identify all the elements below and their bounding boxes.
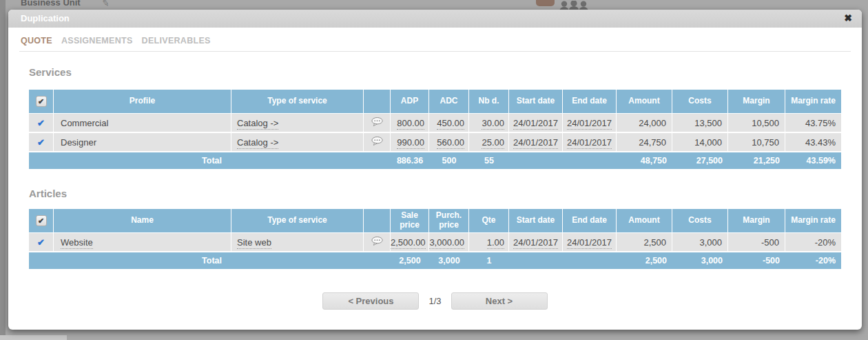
column-header: ADC [429,90,469,114]
tab-quote[interactable]: QUOTE [21,36,52,46]
total-u2: 500 [429,152,469,169]
check-icon: ✔ [38,217,44,225]
pagination: < Previous 1/3 Next > [8,292,862,310]
select-all-header-cell: ✔ [29,90,54,114]
page-indicator: 1/3 [428,296,441,306]
type-of-service-link[interactable]: Catalog -> [237,118,278,130]
header-row: ✔ProfileType of serviceADPADCNb d.Start … [29,90,841,114]
column-header: Margin [728,90,785,114]
name-link[interactable]: Website [61,237,93,249]
margin-value: 10,500 [752,118,779,128]
comment-icon[interactable] [371,237,383,248]
start-date-input[interactable]: 24/01/2017 [513,137,558,149]
start-date-input[interactable]: 24/01/2017 [513,118,558,130]
rate-value: 43.43% [805,137,836,148]
close-icon[interactable]: ✖ [844,12,852,23]
u2-input[interactable]: 3,000.00 [429,237,464,249]
column-header: Start date [509,90,563,114]
check-icon: ✔ [38,97,44,106]
margin-value: -500 [761,237,779,248]
row-selected-check-icon[interactable]: ✔ [37,237,45,248]
column-header [364,90,391,114]
comment-icon[interactable] [371,137,383,148]
u2-input[interactable]: 450.00 [437,118,464,130]
total-u3: 55 [469,152,509,169]
table-row: ✔CommercialCatalog ->800.00450.0030.0024… [29,114,841,133]
costs-value: 3,000 [699,237,722,248]
row-selected-check-icon[interactable]: ✔ [37,137,45,148]
previous-button[interactable]: < Previous [322,292,419,310]
u1-input[interactable]: 2,500.00 [391,237,426,249]
column-header: Type of service [231,90,364,114]
margin-value: 10,750 [752,137,779,148]
amount-value: 24,000 [639,118,666,128]
u3-input[interactable]: 25.00 [482,137,504,149]
column-header: Margin [728,209,785,233]
services-section-title: Services [29,66,72,78]
total-u1: 2,500 [391,252,429,269]
background-page-title: Business Unit [21,0,81,8]
u3-input[interactable]: 30.00 [482,118,504,130]
costs-value: 13,500 [694,118,722,128]
name-text: Designer [61,137,96,148]
column-header: Costs [672,209,728,233]
tab-bar: QUOTE ASSIGNEMENTS DELIVERABLES [21,36,211,46]
costs-value: 14,000 [694,137,722,148]
column-header: Type of service [231,209,364,233]
tab-assignements[interactable]: ASSIGNEMENTS [61,36,133,46]
column-header: End date [563,90,617,114]
total-row: Total2,5003,00012,5003,000-500-20% [29,252,841,269]
total-costs: 27,500 [672,152,728,169]
type-of-service-link[interactable]: Site web [237,237,271,249]
type-of-service-link[interactable]: Catalog -> [237,137,278,149]
total-costs: 3,000 [672,252,728,269]
page-left-edge [0,0,6,335]
column-header: Nb d. [469,90,509,114]
column-header: Start date [509,209,563,233]
column-header [364,209,391,233]
total-amount: 48,750 [617,152,672,169]
total-label: Total [54,252,231,269]
column-header: Name [54,209,231,233]
total-margin: -500 [728,252,785,269]
services-table: ✔ProfileType of serviceADPADCNb d.Start … [29,90,841,169]
total-row: Total886.365005548,75027,50021,25043.59% [29,152,841,169]
column-header: ADP [391,90,429,114]
tab-deliverables[interactable]: DELIVERABLES [142,36,211,46]
edit-pencil-icon: ✎ [101,0,110,9]
total-u3: 1 [469,252,509,269]
total-u1: 886.36 [391,152,429,169]
column-header: Amount [617,209,672,233]
tab-divider [19,51,851,52]
total-label: Total [54,152,231,169]
start-date-input[interactable]: 24/01/2017 [513,237,558,249]
select-all-checkbox[interactable]: ✔ [36,215,47,226]
total-rate: -20% [785,252,841,269]
comment-icon[interactable] [371,117,383,128]
rate-value: 43.75% [805,118,836,128]
column-header: Amount [617,90,672,114]
total-u2: 3,000 [429,252,469,269]
articles-table: ✔NameType of serviceSale pricePurch. pri… [29,209,841,269]
column-header: Profile [54,90,231,114]
u3-input[interactable]: 1.00 [487,237,504,249]
end-date-input[interactable]: 24/01/2017 [567,137,612,149]
column-header: Purch. price [429,209,469,233]
u1-input[interactable]: 800.00 [397,118,424,130]
row-selected-check-icon[interactable]: ✔ [37,118,45,128]
end-date-input[interactable]: 24/01/2017 [567,118,612,130]
amount-value: 24,750 [639,137,666,148]
background-icon [536,0,555,6]
articles-section-title: Articles [29,188,67,199]
page-bottom-edge [0,335,67,340]
select-all-checkbox[interactable]: ✔ [36,96,47,107]
total-amount: 2,500 [617,252,672,269]
next-button[interactable]: Next > [451,292,548,310]
end-date-input[interactable]: 24/01/2017 [567,237,612,249]
duplication-modal: Duplication ✖ QUOTE ASSIGNEMENTS DELIVER… [8,10,862,330]
column-header: Qte [469,209,509,233]
column-header: End date [563,209,617,233]
u2-input[interactable]: 560.00 [437,137,464,149]
u1-input[interactable]: 990.00 [397,137,424,149]
column-header: Costs [672,90,728,114]
